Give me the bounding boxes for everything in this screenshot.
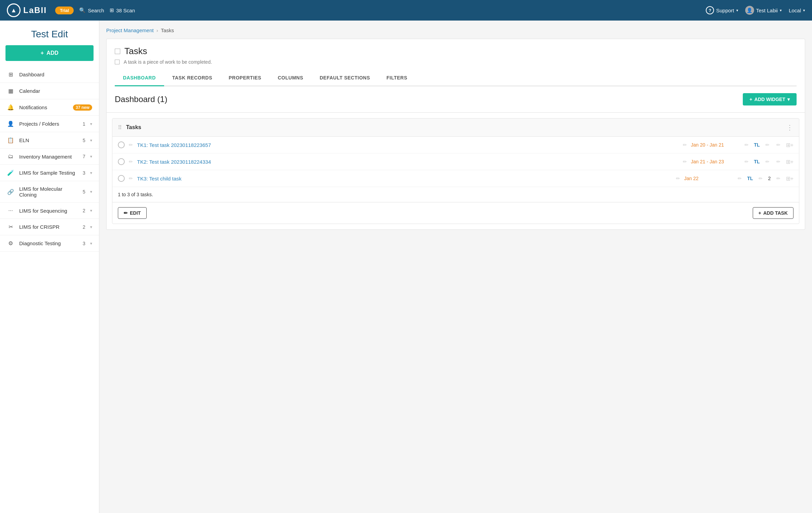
page-title-row: Tasks: [115, 46, 797, 57]
scan-icon: ⊞: [110, 7, 114, 13]
task-radio-1[interactable]: [118, 141, 125, 148]
task-inline-edit-icon[interactable]: ✏: [676, 176, 680, 181]
sidebar-item-label: Dashboard: [19, 72, 92, 77]
chevron-down-icon: ▾: [90, 208, 92, 213]
sidebar-item-lims-sequencing[interactable]: ··· LIMS for Sequencing 2 ▾: [0, 203, 99, 219]
sidebar-item-eln[interactable]: 📋 ELN 5 ▾: [0, 132, 99, 149]
task-add-section-3[interactable]: ⊞+: [786, 175, 793, 182]
task-inline-edit-icon[interactable]: ✏: [683, 159, 687, 164]
add-task-label: ADD TASK: [763, 210, 788, 216]
task-pencil-3[interactable]: ✏: [775, 175, 782, 182]
task-link-3[interactable]: TK3: Test child task: [137, 176, 672, 182]
tasks-widget: ⠿ Tasks ⋮ ✏ TK1: Test task 2023011822365…: [112, 118, 799, 224]
tab-properties[interactable]: PROPERTIES: [220, 70, 269, 86]
task-link-2[interactable]: TK2: Test task 20230118224334: [137, 159, 679, 165]
sidebar-item-label: Calendar: [19, 88, 92, 94]
sidebar-item-lims-crispr[interactable]: ✂ LIMS for CRISPR 2 ▾: [0, 219, 99, 235]
search-button[interactable]: 🔍 Search: [79, 7, 104, 13]
chevron-down-icon: ▾: [90, 189, 92, 194]
content-area: Project Management › Tasks Tasks A task …: [99, 21, 812, 513]
task-tl-edit-2[interactable]: ✏: [764, 158, 771, 165]
tab-task-records[interactable]: TASK RECORDS: [164, 70, 221, 86]
flask-icon: 🧪: [7, 170, 14, 176]
task-link-1[interactable]: TK1: Test task 20230118223657: [137, 142, 679, 148]
task-edit-icon[interactable]: ✏: [129, 176, 133, 181]
task-edit-btn-3[interactable]: ✏: [736, 175, 743, 182]
logo-area[interactable]: ▲ LaBII: [7, 3, 47, 17]
sidebar-item-lims-sample[interactable]: 🧪 LIMS for Sample Testing 3 ▾: [0, 165, 99, 181]
sidebar-count: 1: [83, 121, 85, 127]
calendar-icon: ▦: [7, 88, 14, 94]
task-add-section-1[interactable]: ⊞+: [786, 142, 793, 148]
task-summary: 1 to 3 of 3 tasks.: [112, 187, 799, 202]
dashboard-title: Dashboard (1): [115, 95, 167, 104]
table-row: ✏ TK3: Test child task ✏ Jan 22 ✏ TL ✏ 2…: [112, 170, 799, 187]
task-add-section-2[interactable]: ⊞+: [786, 159, 793, 165]
tab-default-sections[interactable]: DEFAULT SECTIONS: [311, 70, 378, 86]
chevron-down-icon: ▾: [90, 225, 92, 229]
support-button[interactable]: ? Support ▾: [706, 6, 738, 14]
task-radio-2[interactable]: [118, 158, 125, 165]
edit-label: EDIT: [130, 210, 141, 216]
sidebar-count: 5: [83, 138, 85, 143]
sidebar-item-dashboard[interactable]: ⊞ Dashboard: [0, 66, 99, 83]
sidebar-item-diagnostic[interactable]: ⚙ Diagnostic Testing 3 ▾: [0, 235, 99, 252]
tab-dashboard[interactable]: DASHBOARD: [115, 70, 164, 86]
task-radio-3[interactable]: [118, 175, 125, 182]
task-pencil-1[interactable]: ✏: [775, 141, 782, 148]
task-tl-2[interactable]: TL: [754, 159, 760, 164]
drag-handle-icon[interactable]: ⠿: [118, 124, 122, 131]
tab-filters[interactable]: FILTERS: [378, 70, 416, 86]
add-widget-button[interactable]: + ADD WIDGET ▾: [743, 93, 797, 105]
sidebar-item-inventory[interactable]: 🗂 Inventory Management 7 ▾: [0, 149, 99, 165]
widget-footer: ✏ EDIT + ADD TASK: [112, 202, 799, 224]
search-label: Search: [88, 8, 104, 13]
sidebar-count: 5: [83, 189, 85, 195]
task-tl-edit-3[interactable]: ✏: [757, 175, 764, 182]
gear-icon: ⚙: [7, 240, 14, 247]
breadcrumb-parent[interactable]: Project Management: [106, 27, 153, 33]
task-inline-edit-icon[interactable]: ✏: [683, 142, 687, 148]
chevron-down-icon: ▾: [90, 171, 92, 175]
user-avatar-icon: 👤: [745, 6, 754, 15]
more-options-icon[interactable]: ⋮: [786, 123, 793, 132]
user-button[interactable]: 👤 Test Labii ▾: [745, 6, 782, 15]
sidebar-item-lims-molecular[interactable]: 🔗 LIMS for Molecular Cloning 5 ▾: [0, 181, 99, 203]
add-task-button[interactable]: + ADD TASK: [753, 207, 793, 219]
widget-header: ⠿ Tasks ⋮: [112, 118, 799, 137]
locale-button[interactable]: Local ▾: [789, 8, 805, 13]
task-edit-icon[interactable]: ✏: [129, 159, 133, 164]
add-button[interactable]: + ADD: [5, 45, 94, 61]
sidebar-item-calendar[interactable]: ▦ Calendar: [0, 83, 99, 99]
page-desc-row: A task is a piece of work to be complete…: [115, 59, 797, 65]
user-label: Test Labii: [756, 8, 778, 13]
plus-icon: +: [750, 97, 752, 102]
chevron-down-icon: ▾: [90, 241, 92, 246]
inventory-icon: 🗂: [7, 153, 14, 160]
task-tl-1[interactable]: TL: [754, 142, 760, 148]
task-pencil-2[interactable]: ✏: [775, 158, 782, 165]
page-desc-checkbox[interactable]: [115, 60, 120, 64]
sidebar-item-projects[interactable]: 👤 Projects / Folders 1 ▾: [0, 116, 99, 132]
page-description: A task is a piece of work to be complete…: [124, 59, 212, 65]
bell-icon: 🔔: [7, 104, 14, 111]
tab-columns[interactable]: COLUMNS: [270, 70, 311, 86]
scan-button[interactable]: ⊞ 38 Scan: [110, 7, 135, 13]
dashboard-header: Dashboard (1) + ADD WIDGET ▾: [107, 86, 805, 113]
task-tl-3[interactable]: TL: [747, 176, 753, 181]
task-tl-edit-1[interactable]: ✏: [764, 141, 771, 148]
sidebar-item-label: LIMS for CRISPR: [19, 224, 78, 230]
task-edit-btn-2[interactable]: ✏: [743, 158, 750, 165]
scissors-icon: ✂: [7, 224, 14, 230]
add-plus-icon: +: [40, 50, 44, 56]
sidebar-title: Test Edit: [0, 21, 99, 45]
task-edit-icon[interactable]: ✏: [129, 142, 133, 148]
chevron-down-icon: ▾: [90, 122, 92, 126]
page-header: Tasks A task is a piece of work to be co…: [106, 39, 805, 86]
page-title-checkbox[interactable]: [115, 49, 120, 54]
dashboard-icon: ⊞: [7, 71, 14, 78]
sidebar-item-notifications[interactable]: 🔔 Notifications 37 new: [0, 99, 99, 116]
edit-button[interactable]: ✏ EDIT: [118, 207, 147, 219]
pencil-icon: ✏: [124, 210, 128, 216]
task-edit-btn-1[interactable]: ✏: [743, 141, 750, 148]
